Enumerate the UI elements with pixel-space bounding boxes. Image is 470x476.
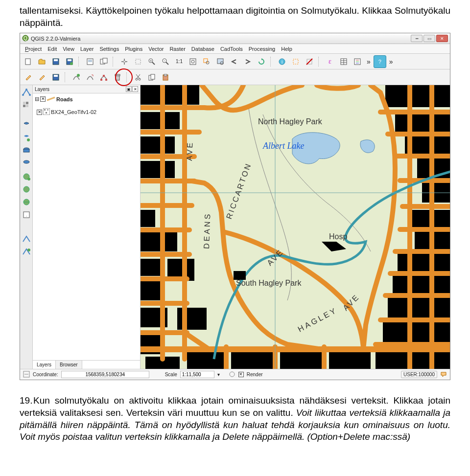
node-tool-button[interactable] — [97, 71, 110, 84]
scale-label: Scale — [165, 372, 177, 377]
svg-line-18 — [166, 62, 168, 65]
coordinate-input[interactable] — [61, 371, 149, 378]
zoom-full-button[interactable] — [187, 55, 199, 68]
zoom-out-button[interactable]: - — [159, 55, 172, 68]
minimize-button[interactable]: ━ — [411, 35, 423, 42]
delete-selected-button[interactable] — [111, 71, 124, 84]
help-button[interactable]: ? — [374, 55, 386, 68]
current-edits-button[interactable] — [22, 71, 35, 84]
zoom-last-button[interactable] — [228, 55, 240, 68]
toggle-editing-button[interactable] — [36, 71, 48, 84]
panel-close-button[interactable]: ✕ — [132, 86, 138, 92]
move-feature-button[interactable] — [84, 71, 96, 84]
open-project-button[interactable] — [36, 55, 48, 68]
layers-tree[interactable]: ⊟ ✕ Roads ✕ BX24_GeoTifv1-02 — [33, 93, 140, 360]
intro-paragraph: tallentamiseksi. Käyttökelpoinen työkalu… — [20, 5, 450, 29]
svg-rect-43 — [103, 75, 105, 77]
menu-layer[interactable]: Layer — [77, 45, 97, 53]
svg-rect-79 — [141, 85, 199, 105]
layer-roads-checkbox[interactable]: ✕ — [40, 96, 46, 102]
add-oracle-button[interactable] — [21, 159, 32, 169]
new-shapefile-button[interactable] — [21, 234, 32, 245]
zoom-in-button[interactable]: + — [145, 55, 158, 68]
label-north-hagley: North Hagley Park — [258, 117, 323, 126]
menu-database[interactable]: Database — [188, 45, 217, 53]
pan-selection-button[interactable] — [132, 55, 144, 68]
menu-project[interactable]: Project — [22, 45, 45, 53]
add-vector-layer-button[interactable] — [21, 87, 32, 98]
copy-button[interactable] — [145, 71, 158, 84]
scale-input[interactable] — [180, 371, 214, 378]
select-button[interactable] — [289, 55, 302, 68]
toolbar-overflow-2[interactable]: » — [387, 58, 395, 66]
menu-cadtools[interactable]: CadTools — [217, 45, 246, 53]
render-label: Render — [247, 372, 263, 377]
svg-rect-60 — [23, 105, 25, 107]
expression-button[interactable]: ε — [324, 55, 336, 68]
crs-button[interactable]: USER:100000 — [401, 371, 437, 378]
add-wcs-button[interactable] — [21, 184, 32, 195]
add-feature-button[interactable] — [70, 71, 83, 84]
new-spatialite-button[interactable] — [21, 247, 32, 257]
attribute-table-button[interactable] — [337, 55, 350, 68]
identify-button[interactable]: i — [276, 55, 288, 68]
svg-rect-97 — [393, 276, 450, 293]
add-csv-button[interactable]: , — [21, 209, 32, 220]
menu-vector[interactable]: Vector — [145, 45, 166, 53]
add-spatialite-button[interactable] — [21, 133, 32, 144]
svg-rect-6 — [68, 59, 71, 61]
menu-settings[interactable]: Settings — [96, 45, 122, 53]
menu-help[interactable]: Help — [278, 45, 295, 53]
layer-bx24-checkbox[interactable]: ✕ — [37, 110, 42, 115]
add-wms-button[interactable] — [21, 171, 32, 182]
print-composer-button[interactable] — [84, 55, 96, 68]
deselect-button[interactable] — [303, 55, 316, 68]
svg-rect-104 — [187, 352, 224, 369]
save-edits-button[interactable] — [49, 71, 62, 84]
panel-undock-button[interactable]: ▣ — [126, 86, 132, 92]
add-wfs-button[interactable] — [21, 197, 32, 207]
layer-roads[interactable]: ⊟ ✕ Roads — [35, 95, 138, 103]
svg-point-68 — [24, 186, 29, 192]
menu-view[interactable]: View — [60, 45, 77, 53]
toolbar-overflow-1[interactable]: » — [365, 58, 373, 66]
zoom-layer-button[interactable] — [214, 55, 227, 68]
menu-plugins[interactable]: Plugins — [122, 45, 145, 53]
save-project-button[interactable] — [49, 55, 62, 68]
tab-browser[interactable]: Browser — [56, 361, 82, 369]
add-mssql-button[interactable] — [21, 146, 32, 157]
new-project-button[interactable] — [22, 55, 35, 68]
svg-rect-11 — [103, 58, 107, 63]
coordinate-label: Coordinate: — [33, 372, 58, 377]
pan-button[interactable] — [118, 55, 131, 68]
map-svg: North Hagley Park Albert Lake South Hagl… — [141, 85, 450, 369]
messages-icon[interactable] — [440, 371, 447, 379]
map-canvas[interactable]: North Hagley Park Albert Lake South Hagl… — [141, 85, 450, 369]
svg-rect-89 — [385, 85, 450, 107]
zoom-selection-button[interactable] — [200, 55, 213, 68]
maximize-button[interactable]: ▭ — [423, 35, 435, 42]
cut-button[interactable] — [132, 71, 144, 84]
menu-edit[interactable]: Edit — [45, 45, 60, 53]
zoom-native-button[interactable]: 1:1 — [173, 55, 186, 68]
menu-raster[interactable]: Raster — [166, 45, 188, 53]
menu-processing[interactable]: Processing — [246, 45, 278, 53]
render-checkbox[interactable]: ✕ — [238, 372, 244, 377]
save-project-as-button[interactable] — [63, 55, 76, 68]
refresh-button[interactable] — [255, 55, 268, 68]
close-button[interactable]: ✕ — [436, 35, 448, 42]
toggle-extents-icon[interactable] — [23, 371, 30, 379]
scale-dropdown-icon[interactable]: ▾ — [217, 372, 220, 377]
svg-point-7 — [70, 62, 73, 65]
tab-layers[interactable]: Layers — [33, 361, 56, 369]
field-calc-button[interactable] — [351, 55, 364, 68]
layers-panel-title: Layers — [35, 87, 49, 92]
zoom-next-button[interactable] — [241, 55, 254, 68]
layer-bx24[interactable]: ✕ BX24_GeoTifv1-02 — [35, 108, 138, 116]
add-raster-layer-button[interactable] — [21, 100, 32, 111]
scale-lock-icon[interactable] — [229, 371, 235, 379]
composer-manager-button[interactable] — [97, 55, 110, 68]
add-postgis-button[interactable] — [21, 120, 32, 131]
svg-line-73 — [47, 97, 55, 100]
paste-button[interactable] — [159, 71, 172, 84]
